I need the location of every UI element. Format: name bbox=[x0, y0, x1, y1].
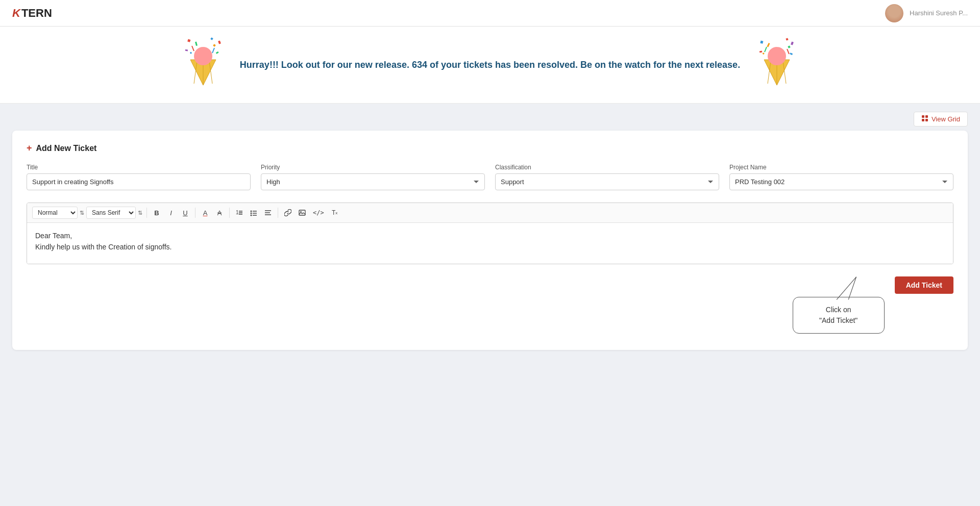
project-label: Project Name bbox=[729, 164, 953, 171]
callout-wrapper: Click on "Add Ticket" bbox=[793, 297, 885, 334]
toolbar-style-arrows: ⇅ bbox=[80, 210, 84, 216]
svg-rect-6 bbox=[210, 37, 213, 40]
svg-point-38 bbox=[251, 211, 252, 212]
toolbar-divider-3 bbox=[229, 208, 230, 218]
app-logo: KTERN bbox=[12, 7, 52, 20]
svg-rect-30 bbox=[922, 115, 924, 118]
svg-rect-25 bbox=[791, 41, 794, 45]
form-title: + Add New Ticket bbox=[27, 143, 953, 154]
svg-line-28 bbox=[765, 47, 767, 52]
confetti-left bbox=[183, 37, 224, 93]
new-ticket-form: + Add New Ticket Title Priority High Low… bbox=[12, 131, 968, 350]
banner-text: Hurray!!! Look out for our new release. … bbox=[240, 60, 740, 70]
classification-select[interactable]: Support Bug Enhancement Question bbox=[495, 173, 719, 190]
svg-rect-27 bbox=[790, 53, 793, 55]
svg-rect-8 bbox=[213, 44, 215, 46]
svg-point-19 bbox=[768, 47, 786, 65]
svg-rect-10 bbox=[218, 40, 221, 44]
title-label: Title bbox=[27, 164, 251, 171]
announcement-banner: Hurray!!! Look out for our new release. … bbox=[0, 27, 980, 104]
svg-point-4 bbox=[194, 47, 212, 65]
header-right: Harshini Suresh P... bbox=[885, 4, 968, 22]
title-input[interactable] bbox=[27, 173, 251, 190]
svg-line-14 bbox=[212, 48, 214, 53]
editor-body[interactable]: Dear Team, Kindly help us with the Creat… bbox=[27, 223, 953, 264]
unordered-list-button[interactable] bbox=[247, 206, 260, 219]
svg-rect-5 bbox=[187, 39, 190, 42]
svg-line-13 bbox=[192, 46, 194, 51]
svg-line-29 bbox=[787, 49, 789, 54]
svg-rect-20 bbox=[760, 41, 763, 44]
confetti-right bbox=[756, 37, 797, 93]
svg-rect-12 bbox=[216, 52, 219, 54]
italic-button[interactable]: I bbox=[164, 206, 178, 219]
bold-button[interactable]: B bbox=[150, 206, 163, 219]
svg-point-48 bbox=[300, 211, 301, 212]
avatar-image bbox=[885, 4, 903, 22]
grid-icon bbox=[921, 115, 928, 123]
priority-field-group: Priority High Low Medium Critical bbox=[261, 164, 485, 190]
svg-point-39 bbox=[251, 213, 252, 214]
svg-rect-22 bbox=[767, 43, 770, 47]
svg-point-40 bbox=[251, 215, 252, 216]
svg-rect-31 bbox=[925, 115, 928, 118]
text-style-select[interactable]: Normal Heading 1 Heading 2 Heading 3 bbox=[32, 207, 78, 219]
svg-rect-26 bbox=[763, 53, 765, 55]
toolbar-divider-2 bbox=[195, 208, 195, 218]
ordered-list-button[interactable]: 1. bbox=[233, 206, 246, 219]
code-button[interactable]: </> bbox=[310, 206, 327, 219]
svg-rect-9 bbox=[185, 49, 188, 52]
svg-rect-7 bbox=[195, 42, 198, 46]
link-button[interactable] bbox=[281, 206, 295, 219]
svg-rect-21 bbox=[786, 38, 789, 40]
callout-box: Click on "Add Ticket" bbox=[793, 297, 885, 334]
priority-select[interactable]: High Low Medium Critical bbox=[261, 173, 485, 190]
app-header: KTERN Harshini Suresh P... bbox=[0, 0, 980, 27]
view-grid-bar: View Grid bbox=[12, 112, 968, 127]
callout-line-2: "Add Ticket" bbox=[819, 316, 857, 324]
font-select[interactable]: Sans Serif Serif Monospace bbox=[86, 207, 136, 219]
toolbar-divider-4 bbox=[278, 208, 278, 218]
svg-rect-24 bbox=[760, 50, 762, 53]
clear-format-button[interactable]: Tx bbox=[328, 206, 341, 219]
add-ticket-button[interactable]: Add Ticket bbox=[895, 276, 953, 294]
project-field-group: Project Name PRD Testing 002 PRD Testing… bbox=[729, 164, 953, 190]
main-content: View Grid + Add New Ticket Title Priorit… bbox=[0, 104, 980, 506]
editor-toolbar: Normal Heading 1 Heading 2 Heading 3 ⇅ S… bbox=[27, 203, 953, 223]
callout-line-1: Click on bbox=[826, 306, 851, 314]
view-grid-button[interactable]: View Grid bbox=[914, 112, 968, 127]
toolbar-font-arrows: ⇅ bbox=[138, 210, 142, 216]
underline-button[interactable]: U bbox=[179, 206, 192, 219]
editor-line-2: Kindly help us with the Creation of sign… bbox=[35, 241, 945, 252]
classification-label: Classification bbox=[495, 164, 719, 171]
svg-rect-11 bbox=[190, 52, 192, 54]
form-footer: Click on "Add Ticket" Add Ticket bbox=[27, 276, 953, 334]
form-title-text: Add New Ticket bbox=[36, 144, 97, 153]
project-select[interactable]: PRD Testing 002 PRD Testing 001 Project … bbox=[729, 173, 953, 190]
logo-tern: TERN bbox=[21, 7, 52, 20]
rich-text-editor[interactable]: Normal Heading 1 Heading 2 Heading 3 ⇅ S… bbox=[27, 203, 953, 264]
classification-field-group: Classification Support Bug Enhancement Q… bbox=[495, 164, 719, 190]
avatar[interactable] bbox=[885, 4, 903, 22]
logo-k: K bbox=[12, 7, 20, 20]
svg-line-50 bbox=[837, 277, 856, 300]
editor-line-1: Dear Team, bbox=[35, 230, 945, 241]
form-fields-row: Title Priority High Low Medium Critical … bbox=[27, 164, 953, 190]
user-name: Harshini Suresh P... bbox=[910, 9, 968, 17]
title-field-group: Title bbox=[27, 164, 251, 190]
strikethrough-button[interactable]: A bbox=[213, 206, 226, 219]
svg-line-49 bbox=[848, 277, 856, 300]
font-color-button[interactable]: A bbox=[199, 206, 212, 219]
svg-rect-32 bbox=[922, 119, 924, 121]
align-button[interactable] bbox=[261, 206, 275, 219]
view-grid-label: View Grid bbox=[932, 115, 960, 123]
priority-label: Priority bbox=[261, 164, 485, 171]
svg-rect-33 bbox=[925, 119, 928, 121]
svg-rect-47 bbox=[299, 210, 305, 215]
toolbar-divider-1 bbox=[146, 208, 147, 218]
svg-rect-23 bbox=[788, 45, 790, 48]
plus-icon: + bbox=[27, 143, 32, 154]
image-button[interactable] bbox=[296, 206, 309, 219]
